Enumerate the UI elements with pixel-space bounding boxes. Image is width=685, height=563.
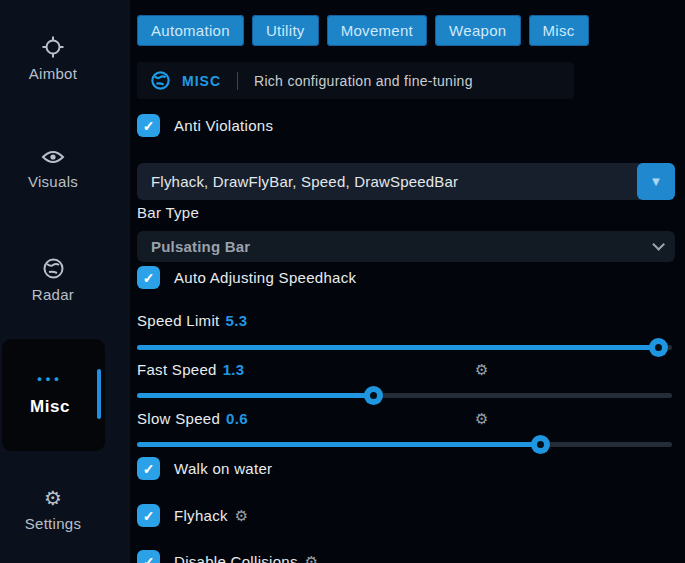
auto-adjusting-label: Auto Adjusting Speedhack xyxy=(174,269,356,286)
flyhack-label: Flyhack ⚙ xyxy=(174,507,249,525)
chevron-down-icon xyxy=(652,238,665,251)
ellipsis-icon: ••• xyxy=(2,371,98,386)
sidebar-item-label: Visuals xyxy=(28,173,78,190)
slider-thumb[interactable] xyxy=(531,435,550,454)
slider-name: Slow Speed xyxy=(137,410,220,427)
bar-type-label: Bar Type xyxy=(137,204,199,221)
disable-collisions-label: Disable Collisions ⚙ xyxy=(174,553,319,563)
main-content: Automation Utility Movement Weapon Misc … xyxy=(137,0,675,563)
sidebar-item-radar[interactable]: Radar xyxy=(0,258,106,303)
auto-adjusting-row: ✓ Auto Adjusting Speedhack xyxy=(137,266,356,289)
divider xyxy=(237,72,238,90)
slider-thumb[interactable] xyxy=(364,386,383,405)
tab-automation[interactable]: Automation xyxy=(137,15,244,46)
flyhack-gear-icon[interactable]: ⚙ xyxy=(235,507,249,525)
anti-violations-label: Anti Violations xyxy=(174,117,273,134)
bar-multiselect-value: Flyhack, DrawFlyBar, Speed, DrawSpeedBar xyxy=(137,173,637,190)
sidebar-item-label: Misc xyxy=(2,397,98,417)
disable-collisions-checkbox[interactable]: ✓ xyxy=(137,550,160,563)
fast-speed-slider[interactable] xyxy=(137,386,675,404)
toggle-name: Flyhack xyxy=(174,507,228,524)
disable-collisions-gear-icon[interactable]: ⚙ xyxy=(305,553,319,563)
tab-utility[interactable]: Utility xyxy=(252,15,319,46)
tab-bar: Automation Utility Movement Weapon Misc xyxy=(137,15,589,46)
fast-speed-label: Fast Speed1.3 xyxy=(137,361,244,378)
globe-icon xyxy=(151,71,170,90)
flyhack-row: ✓ Flyhack ⚙ xyxy=(137,504,249,527)
slider-name: Fast Speed xyxy=(137,361,217,378)
gear-icon: ⚙ xyxy=(0,488,106,508)
anti-violations-row: ✓ Anti Violations xyxy=(137,114,273,137)
walk-on-water-row: ✓ Walk on water xyxy=(137,457,272,480)
bar-type-select[interactable]: Pulsating Bar xyxy=(137,231,675,262)
slider-fill xyxy=(137,393,374,398)
walk-on-water-checkbox[interactable]: ✓ xyxy=(137,457,160,480)
slow-speed-label: Slow Speed0.6 xyxy=(137,410,248,427)
toggle-name: Disable Collisions xyxy=(174,553,298,563)
selected-indicator xyxy=(97,369,101,419)
slider-value: 0.6 xyxy=(226,410,248,427)
sidebar-item-label: Settings xyxy=(25,515,82,532)
bar-type-value: Pulsating Bar xyxy=(151,238,250,255)
tab-weapon[interactable]: Weapon xyxy=(435,15,520,46)
slider-fill xyxy=(137,345,659,350)
sidebar-item-label: Aimbot xyxy=(29,65,78,82)
disable-collisions-row: ✓ Disable Collisions ⚙ xyxy=(137,550,319,563)
tab-misc[interactable]: Misc xyxy=(529,15,589,46)
speed-limit-slider[interactable] xyxy=(137,338,675,356)
sidebar-item-label: Radar xyxy=(32,286,74,303)
sidebar-item-visuals[interactable]: Visuals xyxy=(0,148,106,190)
slow-speed-slider[interactable] xyxy=(137,435,675,453)
sidebar-item-settings[interactable]: ⚙ Settings xyxy=(0,488,106,532)
tab-movement[interactable]: Movement xyxy=(327,15,427,46)
slider-value: 5.3 xyxy=(226,312,248,329)
slow-speed-gear-icon[interactable]: ⚙ xyxy=(475,410,488,428)
sidebar: Aimbot Visuals Radar ••• Misc ⚙ Settings xyxy=(0,0,130,563)
bar-multiselect[interactable]: Flyhack, DrawFlyBar, Speed, DrawSpeedBar… xyxy=(137,163,675,200)
crosshair-icon xyxy=(0,36,106,58)
slider-fill xyxy=(137,442,541,447)
walk-on-water-label: Walk on water xyxy=(174,460,272,477)
auto-adjusting-checkbox[interactable]: ✓ xyxy=(137,266,160,289)
slider-value: 1.3 xyxy=(223,361,245,378)
slider-thumb[interactable] xyxy=(649,338,668,357)
bar-multiselect-open-button[interactable]: ▼ xyxy=(637,163,675,200)
eye-icon xyxy=(0,148,106,166)
flyhack-checkbox[interactable]: ✓ xyxy=(137,504,160,527)
sidebar-item-misc[interactable]: ••• Misc xyxy=(2,339,105,451)
speed-limit-label: Speed Limit5.3 xyxy=(137,312,247,329)
triangle-down-icon: ▼ xyxy=(650,174,663,189)
section-header: MISC Rich configuration and fine-tuning xyxy=(137,62,574,99)
section-title: MISC xyxy=(182,73,221,89)
slider-name: Speed Limit xyxy=(137,312,220,329)
sidebar-item-aimbot[interactable]: Aimbot xyxy=(0,36,106,82)
globe-icon xyxy=(0,258,106,279)
section-subtitle: Rich configuration and fine-tuning xyxy=(254,73,473,89)
anti-violations-checkbox[interactable]: ✓ xyxy=(137,114,160,137)
fast-speed-gear-icon[interactable]: ⚙ xyxy=(475,361,488,379)
